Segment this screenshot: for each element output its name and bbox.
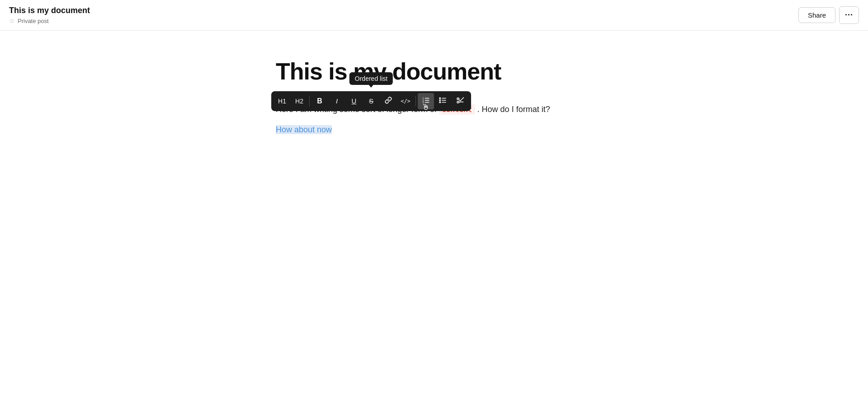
code-icon: </>: [401, 98, 410, 104]
unordered-list-button[interactable]: [435, 93, 451, 109]
ordered-list-icon: 1 2 3: [422, 96, 430, 106]
header-left: This is my document ☆ Private post: [9, 6, 90, 24]
selected-text-wrapper: Ordered list H1 H2 B I: [276, 125, 592, 135]
share-button[interactable]: Share: [798, 7, 835, 23]
svg-text:3: 3: [423, 101, 424, 103]
underline-icon: U: [352, 97, 357, 105]
bold-button[interactable]: B: [311, 93, 328, 109]
italic-icon: I: [336, 97, 338, 105]
bold-icon: B: [317, 97, 322, 105]
privacy-label: Private post: [18, 18, 49, 24]
link-button[interactable]: [380, 93, 396, 109]
svg-rect-15: [457, 102, 459, 103]
main-content: This is my document Here I am writing so…: [0, 31, 868, 162]
document-heading: This is my document: [276, 58, 592, 85]
code-button[interactable]: </>: [397, 93, 414, 109]
underline-button[interactable]: U: [346, 93, 362, 109]
header-right: Share ···: [798, 6, 859, 24]
document-title: This is my document: [9, 6, 90, 15]
selected-text[interactable]: How about now: [276, 125, 332, 134]
header: This is my document ☆ Private post Share…: [0, 0, 868, 31]
h2-button[interactable]: H2: [291, 93, 307, 109]
link-icon: [385, 97, 392, 105]
italic-button[interactable]: I: [329, 93, 345, 109]
task-list-icon: [456, 96, 464, 106]
star-icon[interactable]: ☆: [9, 17, 15, 24]
toolbar-container: Ordered list H1 H2 B I: [271, 91, 471, 111]
unordered-list-icon: [439, 96, 447, 106]
ordered-list-button[interactable]: 1 2 3 🖱: [418, 93, 434, 109]
svg-point-11: [439, 102, 440, 103]
toolbar-divider-1: [309, 96, 310, 107]
h1-button[interactable]: H1: [274, 93, 290, 109]
more-options-button[interactable]: ···: [839, 6, 859, 24]
paragraph-after: . How do I format it?: [477, 105, 550, 114]
toolbar-divider-2: [415, 96, 416, 107]
svg-rect-13: [457, 98, 459, 100]
strikethrough-button[interactable]: S: [363, 93, 379, 109]
svg-point-10: [439, 100, 440, 101]
content-area: This is my document Here I am writing so…: [276, 58, 592, 135]
h2-label: H2: [295, 98, 303, 105]
formatting-toolbar: H1 H2 B I U S: [271, 91, 471, 111]
task-list-button[interactable]: [452, 93, 468, 109]
document-subtitle: ☆ Private post: [9, 17, 90, 24]
h1-label: H1: [278, 98, 286, 105]
strikethrough-icon: S: [369, 97, 373, 105]
svg-point-9: [439, 98, 440, 99]
